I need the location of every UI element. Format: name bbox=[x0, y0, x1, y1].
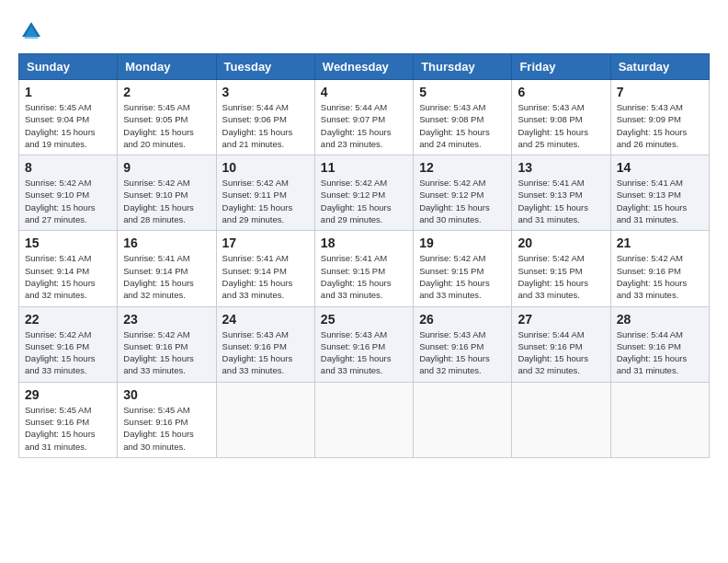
day-number: 7 bbox=[617, 85, 703, 99]
calendar-cell: 6Sunrise: 5:43 AM Sunset: 9:08 PM Daylig… bbox=[512, 80, 610, 155]
calendar-week-row: 8Sunrise: 5:42 AM Sunset: 9:10 PM Daylig… bbox=[19, 155, 710, 231]
day-number: 19 bbox=[419, 236, 506, 250]
day-header-tuesday: Tuesday bbox=[216, 54, 314, 80]
day-header-sunday: Sunday bbox=[19, 54, 118, 80]
calendar-cell: 14Sunrise: 5:41 AM Sunset: 9:13 PM Dayli… bbox=[610, 155, 709, 231]
day-info: Sunrise: 5:43 AM Sunset: 9:16 PM Dayligh… bbox=[222, 328, 309, 377]
day-info: Sunrise: 5:42 AM Sunset: 9:11 PM Dayligh… bbox=[222, 177, 309, 225]
logo bbox=[18, 18, 48, 44]
calendar-cell: 17Sunrise: 5:41 AM Sunset: 9:14 PM Dayli… bbox=[216, 231, 314, 306]
calendar-week-row: 22Sunrise: 5:42 AM Sunset: 9:16 PM Dayli… bbox=[19, 306, 710, 382]
day-info: Sunrise: 5:43 AM Sunset: 9:16 PM Dayligh… bbox=[321, 328, 407, 377]
calendar-cell: 22Sunrise: 5:42 AM Sunset: 9:16 PM Dayli… bbox=[19, 306, 118, 382]
calendar-cell: 25Sunrise: 5:43 AM Sunset: 9:16 PM Dayli… bbox=[314, 306, 413, 382]
calendar-week-row: 1Sunrise: 5:45 AM Sunset: 9:04 PM Daylig… bbox=[19, 80, 710, 155]
day-number: 8 bbox=[25, 160, 111, 175]
calendar-cell: 2Sunrise: 5:45 AM Sunset: 9:05 PM Daylig… bbox=[118, 80, 216, 155]
calendar-cell: 20Sunrise: 5:42 AM Sunset: 9:15 PM Dayli… bbox=[512, 231, 610, 306]
day-number: 3 bbox=[222, 85, 309, 99]
day-number: 20 bbox=[518, 236, 604, 250]
logo-icon bbox=[18, 18, 44, 44]
day-info: Sunrise: 5:42 AM Sunset: 9:16 PM Dayligh… bbox=[123, 328, 210, 377]
calendar-cell: 15Sunrise: 5:41 AM Sunset: 9:14 PM Dayli… bbox=[19, 231, 118, 306]
day-info: Sunrise: 5:41 AM Sunset: 9:13 PM Dayligh… bbox=[617, 177, 703, 225]
day-info: Sunrise: 5:43 AM Sunset: 9:09 PM Dayligh… bbox=[617, 101, 703, 150]
calendar-cell bbox=[414, 382, 512, 457]
calendar-cell bbox=[314, 382, 413, 457]
day-info: Sunrise: 5:43 AM Sunset: 9:16 PM Dayligh… bbox=[419, 328, 506, 377]
day-info: Sunrise: 5:45 AM Sunset: 9:05 PM Dayligh… bbox=[123, 101, 210, 150]
day-info: Sunrise: 5:42 AM Sunset: 9:10 PM Dayligh… bbox=[123, 177, 210, 225]
day-number: 4 bbox=[321, 85, 407, 99]
day-info: Sunrise: 5:44 AM Sunset: 9:07 PM Dayligh… bbox=[321, 101, 407, 150]
day-number: 15 bbox=[25, 236, 111, 250]
calendar-cell bbox=[512, 382, 610, 457]
calendar-cell: 30Sunrise: 5:45 AM Sunset: 9:16 PM Dayli… bbox=[118, 382, 216, 457]
calendar-cell: 10Sunrise: 5:42 AM Sunset: 9:11 PM Dayli… bbox=[216, 155, 314, 231]
calendar-cell: 3Sunrise: 5:44 AM Sunset: 9:06 PM Daylig… bbox=[216, 80, 314, 155]
day-number: 10 bbox=[222, 160, 309, 175]
calendar-cell: 27Sunrise: 5:44 AM Sunset: 9:16 PM Dayli… bbox=[512, 306, 610, 382]
day-info: Sunrise: 5:42 AM Sunset: 9:16 PM Dayligh… bbox=[617, 252, 703, 301]
day-number: 26 bbox=[419, 312, 506, 327]
calendar-cell: 13Sunrise: 5:41 AM Sunset: 9:13 PM Dayli… bbox=[512, 155, 610, 231]
day-header-friday: Friday bbox=[512, 54, 610, 80]
calendar-week-row: 29Sunrise: 5:45 AM Sunset: 9:16 PM Dayli… bbox=[19, 382, 710, 457]
day-info: Sunrise: 5:44 AM Sunset: 9:16 PM Dayligh… bbox=[518, 328, 604, 377]
day-number: 21 bbox=[617, 236, 703, 250]
day-number: 6 bbox=[518, 85, 604, 99]
day-info: Sunrise: 5:43 AM Sunset: 9:08 PM Dayligh… bbox=[419, 101, 506, 150]
day-info: Sunrise: 5:45 AM Sunset: 9:16 PM Dayligh… bbox=[123, 404, 210, 453]
day-header-saturday: Saturday bbox=[610, 54, 709, 80]
day-info: Sunrise: 5:42 AM Sunset: 9:12 PM Dayligh… bbox=[419, 177, 506, 225]
calendar-cell: 5Sunrise: 5:43 AM Sunset: 9:08 PM Daylig… bbox=[414, 80, 512, 155]
day-number: 1 bbox=[25, 85, 111, 99]
day-number: 23 bbox=[123, 312, 210, 327]
day-number: 22 bbox=[25, 312, 111, 327]
calendar-cell: 28Sunrise: 5:44 AM Sunset: 9:16 PM Dayli… bbox=[610, 306, 709, 382]
calendar-cell: 4Sunrise: 5:44 AM Sunset: 9:07 PM Daylig… bbox=[314, 80, 413, 155]
calendar-cell: 12Sunrise: 5:42 AM Sunset: 9:12 PM Dayli… bbox=[414, 155, 512, 231]
day-number: 24 bbox=[222, 312, 309, 327]
day-info: Sunrise: 5:44 AM Sunset: 9:06 PM Dayligh… bbox=[222, 101, 309, 150]
day-number: 16 bbox=[123, 236, 210, 250]
day-info: Sunrise: 5:45 AM Sunset: 9:04 PM Dayligh… bbox=[25, 101, 111, 150]
day-info: Sunrise: 5:42 AM Sunset: 9:16 PM Dayligh… bbox=[25, 328, 111, 377]
day-number: 30 bbox=[123, 387, 210, 402]
calendar-cell: 11Sunrise: 5:42 AM Sunset: 9:12 PM Dayli… bbox=[314, 155, 413, 231]
calendar-cell: 7Sunrise: 5:43 AM Sunset: 9:09 PM Daylig… bbox=[610, 80, 709, 155]
calendar-week-row: 15Sunrise: 5:41 AM Sunset: 9:14 PM Dayli… bbox=[19, 231, 710, 306]
day-info: Sunrise: 5:41 AM Sunset: 9:13 PM Dayligh… bbox=[518, 177, 604, 225]
day-info: Sunrise: 5:41 AM Sunset: 9:14 PM Dayligh… bbox=[25, 252, 111, 301]
day-info: Sunrise: 5:42 AM Sunset: 9:12 PM Dayligh… bbox=[321, 177, 407, 225]
calendar-cell: 23Sunrise: 5:42 AM Sunset: 9:16 PM Dayli… bbox=[118, 306, 216, 382]
day-number: 28 bbox=[617, 312, 703, 327]
calendar-header-row: SundayMondayTuesdayWednesdayThursdayFrid… bbox=[19, 54, 710, 80]
day-number: 27 bbox=[518, 312, 604, 327]
day-number: 12 bbox=[419, 160, 506, 175]
calendar-cell: 26Sunrise: 5:43 AM Sunset: 9:16 PM Dayli… bbox=[414, 306, 512, 382]
day-info: Sunrise: 5:41 AM Sunset: 9:14 PM Dayligh… bbox=[123, 252, 210, 301]
day-info: Sunrise: 5:43 AM Sunset: 9:08 PM Dayligh… bbox=[518, 101, 604, 150]
day-info: Sunrise: 5:42 AM Sunset: 9:15 PM Dayligh… bbox=[518, 252, 604, 301]
calendar-cell bbox=[610, 382, 709, 457]
day-number: 29 bbox=[25, 387, 111, 402]
day-info: Sunrise: 5:44 AM Sunset: 9:16 PM Dayligh… bbox=[617, 328, 703, 377]
day-info: Sunrise: 5:45 AM Sunset: 9:16 PM Dayligh… bbox=[25, 404, 111, 453]
day-number: 25 bbox=[321, 312, 407, 327]
calendar-cell bbox=[216, 382, 314, 457]
calendar-cell: 21Sunrise: 5:42 AM Sunset: 9:16 PM Dayli… bbox=[610, 231, 709, 306]
day-number: 11 bbox=[321, 160, 407, 175]
day-header-wednesday: Wednesday bbox=[314, 54, 413, 80]
day-header-monday: Monday bbox=[118, 54, 216, 80]
calendar-cell: 16Sunrise: 5:41 AM Sunset: 9:14 PM Dayli… bbox=[118, 231, 216, 306]
calendar-cell: 8Sunrise: 5:42 AM Sunset: 9:10 PM Daylig… bbox=[19, 155, 118, 231]
calendar-cell: 9Sunrise: 5:42 AM Sunset: 9:10 PM Daylig… bbox=[118, 155, 216, 231]
calendar-cell: 29Sunrise: 5:45 AM Sunset: 9:16 PM Dayli… bbox=[19, 382, 118, 457]
day-info: Sunrise: 5:42 AM Sunset: 9:10 PM Dayligh… bbox=[25, 177, 111, 225]
day-number: 14 bbox=[617, 160, 703, 175]
calendar-cell: 19Sunrise: 5:42 AM Sunset: 9:15 PM Dayli… bbox=[414, 231, 512, 306]
day-number: 17 bbox=[222, 236, 309, 250]
day-number: 2 bbox=[123, 85, 210, 99]
day-info: Sunrise: 5:41 AM Sunset: 9:15 PM Dayligh… bbox=[321, 252, 407, 301]
